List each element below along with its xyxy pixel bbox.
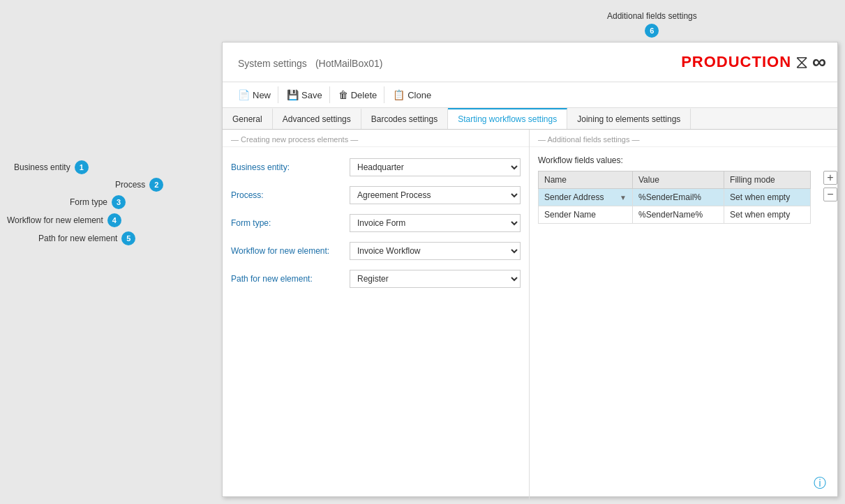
dropdown-arrow-0: ▼ — [620, 194, 627, 201]
header-title: System settings (HotMailBox01) — [234, 53, 382, 71]
header: System settings (HotMailBox01) PRODUCTIO… — [223, 43, 837, 82]
cell-value-1: %SenderName% — [633, 206, 724, 224]
delete-icon: 🗑 — [338, 89, 348, 100]
process-select[interactable]: Agreement Process — [350, 186, 521, 204]
col-value: Value — [633, 171, 724, 189]
process-label: Process: — [231, 190, 350, 200]
callout-label-3: Form type — [70, 197, 107, 207]
save-button[interactable]: 💾 Save — [280, 86, 330, 103]
path-label: Path for new element: — [231, 274, 350, 284]
table-row[interactable]: Sender Address ▼ %SenderEmail% Set when … — [539, 189, 811, 206]
callout-label-2: Process — [115, 180, 145, 190]
cell-value-0: %SenderEmail% — [633, 189, 724, 206]
production-logo: PRODUCTION ⧖ ∞ — [681, 51, 826, 73]
infinity-icon: ⧖ — [795, 52, 808, 73]
tab-advanced[interactable]: Advanced settings — [273, 108, 361, 129]
clone-label: Clone — [407, 90, 431, 100]
callout-3: Form type 3 — [70, 195, 126, 209]
new-button[interactable]: 📄 New — [231, 86, 278, 103]
save-icon: 💾 — [287, 89, 299, 100]
cell-filling-1: Set when empty — [724, 206, 811, 224]
top-callout: Additional fields settings 6 — [607, 11, 697, 38]
top-callout-text: Additional fields settings — [607, 11, 697, 21]
cell-name-1: Sender Name — [539, 206, 633, 224]
add-row-button[interactable]: + — [823, 171, 837, 185]
main-window: System settings (HotMailBox01) PRODUCTIO… — [222, 42, 838, 497]
clone-icon: 📋 — [393, 89, 405, 100]
table-row[interactable]: Sender Name %SenderName% Set when empty — [539, 206, 811, 224]
delete-button[interactable]: 🗑 Delete — [331, 86, 385, 103]
col-filling: Filling mode — [724, 171, 811, 189]
content-area: — Creating new process elements — Busine… — [223, 130, 837, 500]
save-label: Save — [301, 90, 322, 100]
left-panel-title: — Creating new process elements — — [223, 130, 529, 147]
toolbar: 📄 New 💾 Save 🗑 Delete 📋 Clone — [223, 82, 837, 108]
callout-label-1: Business entity — [14, 162, 70, 172]
callout-label-4: Workflow for new element — [7, 215, 103, 225]
delete-label: Delete — [351, 90, 377, 100]
table-wrapper: Name Value Filling mode Sender Address ▼ — [530, 171, 837, 224]
business-entity-select[interactable]: Headquarter — [350, 158, 521, 176]
callout-label-5: Path for new element — [38, 234, 117, 243]
path-select[interactable]: Register — [350, 270, 521, 288]
workflow-label: Workflow for new element: — [231, 246, 350, 256]
workflow-select[interactable]: Invoice Workflow — [350, 242, 521, 260]
info-icon[interactable]: ⓘ — [814, 475, 826, 491]
field-business-entity: Business entity: Headquarter — [223, 155, 529, 179]
page-title: System settings (HotMailBox01) — [234, 53, 382, 70]
page-subtitle: (HotMailBox01) — [315, 58, 382, 69]
cell-name-0: Sender Address ▼ — [539, 189, 633, 206]
top-callout-badge: 6 — [645, 24, 659, 38]
tab-starting[interactable]: Starting workflows settings — [448, 108, 567, 129]
form-type-label: Form type: — [231, 218, 350, 228]
logo-symbol: ∞ — [812, 51, 826, 73]
callout-badge-1: 1 — [75, 160, 89, 174]
col-name: Name — [539, 171, 633, 189]
callout-1: Business entity 1 — [14, 160, 89, 174]
tab-joining[interactable]: Joining to elements settings — [567, 108, 691, 129]
callout-5: Path for new element 5 — [38, 231, 135, 245]
callout-badge-2: 2 — [149, 178, 163, 192]
new-icon: 📄 — [238, 89, 250, 100]
field-form-type: Form type: Invoice Form — [223, 211, 529, 235]
tab-barcodes[interactable]: Barcodes settings — [361, 108, 448, 129]
field-workflow: Workflow for new element: Invoice Workfl… — [223, 239, 529, 263]
right-panel: — Additional fields settings — Workflow … — [530, 130, 837, 500]
business-entity-label: Business entity: — [231, 162, 350, 172]
workflow-fields-label: Workflow fields values: — [530, 153, 837, 171]
tabs-bar: General Advanced settings Barcodes setti… — [223, 108, 837, 130]
field-path: Path for new element: Register — [223, 267, 529, 291]
fields-table: Name Value Filling mode Sender Address ▼ — [538, 171, 811, 224]
left-panel: — Creating new process elements — Busine… — [223, 130, 530, 500]
callout-2: Process 2 — [115, 178, 163, 192]
new-label: New — [253, 90, 271, 100]
field-process: Process: Agreement Process — [223, 183, 529, 207]
tab-general[interactable]: General — [223, 108, 273, 129]
callout-4: Workflow for new element 4 — [7, 213, 121, 227]
callout-badge-4: 4 — [107, 213, 121, 227]
form-type-select[interactable]: Invoice Form — [350, 214, 521, 232]
callout-badge-5: 5 — [121, 231, 135, 245]
clone-button[interactable]: 📋 Clone — [386, 86, 438, 103]
right-panel-title: — Additional fields settings — — [530, 130, 837, 147]
table-action-buttons: + − — [823, 171, 837, 201]
cell-filling-0: Set when empty — [724, 189, 811, 206]
callout-badge-3: 3 — [112, 195, 126, 209]
remove-row-button[interactable]: − — [823, 188, 837, 201]
production-label: PRODUCTION — [681, 53, 791, 71]
